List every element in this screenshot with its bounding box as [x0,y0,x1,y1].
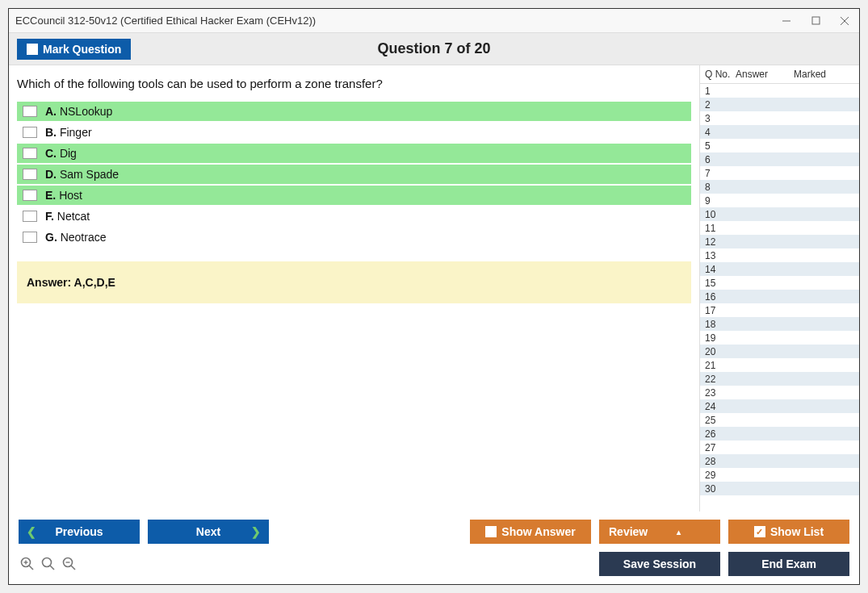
next-button[interactable]: Next ❯ [148,520,269,544]
option-label: C. Dig [45,147,77,160]
question-text: Which of the following tools can be used… [17,77,691,90]
next-label: Next [196,525,220,538]
window-controls [778,13,853,29]
option-checkbox[interactable] [23,190,37,201]
mark-checkbox-icon [27,44,38,55]
question-list[interactable]: 1234567891011121314151617181920212223242… [700,84,859,512]
option-checkbox[interactable] [23,127,37,138]
question-list-row[interactable]: 7 [700,166,859,180]
zoom-out-button[interactable] [61,555,78,573]
question-list-row[interactable]: 5 [700,139,859,152]
minimize-button[interactable] [778,13,795,29]
review-dropdown[interactable]: Review ▴ [599,520,720,544]
question-list-row[interactable]: 1 [700,84,859,98]
svg-line-5 [29,566,33,570]
col-qno-header: Q No. [705,69,736,80]
option-label: B. Finger [45,126,92,139]
question-list-row[interactable]: 15 [700,276,859,290]
qno-cell: 5 [705,140,736,152]
question-list-row[interactable]: 9 [700,194,859,207]
maximize-icon [811,16,820,25]
footer-row-2: Save Session End Exam [19,552,849,576]
question-list-row[interactable]: 17 [700,303,859,317]
option-checkbox[interactable] [23,106,37,117]
option-row[interactable]: B. Finger [17,123,691,142]
option-row[interactable]: F. Netcat [17,207,691,226]
option-checkbox[interactable] [23,169,37,180]
qno-cell: 7 [705,168,736,179]
maximize-button[interactable] [807,13,824,29]
save-session-button[interactable]: Save Session [599,552,720,576]
option-checkbox[interactable] [23,211,37,222]
zoom-reset-button[interactable] [40,555,57,573]
svg-point-8 [43,558,52,567]
footer-row-1: ❮ Previous Next ❯ Show Answer Review ▴ ✓… [19,520,849,544]
options-list: A. NSLookupB. FingerC. DigD. Sam SpadeE.… [17,102,691,247]
question-list-row[interactable]: 10 [700,207,859,221]
question-list-row[interactable]: 16 [700,290,859,303]
caret-up-icon: ▴ [677,528,681,537]
option-checkbox[interactable] [23,148,37,159]
qno-cell: 17 [705,305,736,316]
question-list-row[interactable]: 11 [700,221,859,235]
app-window: ECCouncil 312-50v12 (Certified Ethical H… [8,8,860,585]
mark-question-button[interactable]: Mark Question [17,39,131,60]
option-checkbox[interactable] [23,232,37,243]
question-list-row[interactable]: 23 [700,386,859,399]
question-list-row[interactable]: 25 [700,413,859,427]
question-list-row[interactable]: 12 [700,235,859,248]
question-list-row[interactable]: 13 [700,248,859,262]
question-list-row[interactable]: 26 [700,427,859,441]
previous-label: Previous [55,525,103,538]
qno-cell: 3 [705,113,736,124]
question-list-row[interactable]: 3 [700,111,859,125]
question-list-row[interactable]: 4 [700,125,859,139]
question-list-row[interactable]: 30 [700,482,859,495]
option-row[interactable]: G. Neotrace [17,228,691,247]
question-list-row[interactable]: 22 [700,372,859,386]
question-list-row[interactable]: 24 [700,399,859,413]
question-list-row[interactable]: 19 [700,331,859,345]
mark-label: Mark Question [43,43,121,56]
show-answer-button[interactable]: Show Answer [470,520,591,544]
qno-cell: 30 [705,483,736,495]
question-list-row[interactable]: 29 [700,468,859,482]
chevron-right-icon: ❯ [251,525,261,538]
zoom-in-button[interactable] [19,555,36,573]
question-list-row[interactable]: 6 [700,152,859,166]
main-panel: Which of the following tools can be used… [9,65,699,512]
qno-cell: 10 [705,209,736,220]
question-list-row[interactable]: 18 [700,317,859,331]
option-label: D. Sam Spade [45,168,119,181]
magnifier-icon [41,557,56,571]
question-counter: Question 7 of 20 [377,40,490,57]
window-title: ECCouncil 312-50v12 (Certified Ethical H… [15,15,778,27]
show-list-label: Show List [770,525,824,538]
footer: ❮ Previous Next ❯ Show Answer Review ▴ ✓… [9,512,859,584]
question-list-row[interactable]: 28 [700,454,859,468]
qno-cell: 1 [705,86,736,97]
option-row[interactable]: E. Host [17,186,691,205]
qno-cell: 9 [705,195,736,207]
option-row[interactable]: A. NSLookup [17,102,691,121]
option-label: E. Host [45,189,82,202]
question-list-row[interactable]: 27 [700,441,859,454]
question-list-row[interactable]: 21 [700,358,859,372]
end-exam-label: End Exam [761,558,816,570]
previous-button[interactable]: ❮ Previous [19,520,140,544]
option-row[interactable]: D. Sam Spade [17,165,691,184]
question-list-row[interactable]: 8 [700,180,859,194]
qno-cell: 20 [705,346,736,357]
show-list-button[interactable]: ✓ Show List [728,520,849,544]
option-row[interactable]: C. Dig [17,144,691,163]
end-exam-button[interactable]: End Exam [728,552,849,576]
option-label: G. Neotrace [45,231,106,244]
qno-cell: 14 [705,264,736,275]
qno-cell: 2 [705,99,736,111]
close-button[interactable] [837,13,853,29]
qno-cell: 28 [705,456,736,467]
question-list-row[interactable]: 2 [700,98,859,111]
question-list-row[interactable]: 14 [700,262,859,276]
qno-cell: 12 [705,236,736,248]
question-list-row[interactable]: 20 [700,345,859,358]
